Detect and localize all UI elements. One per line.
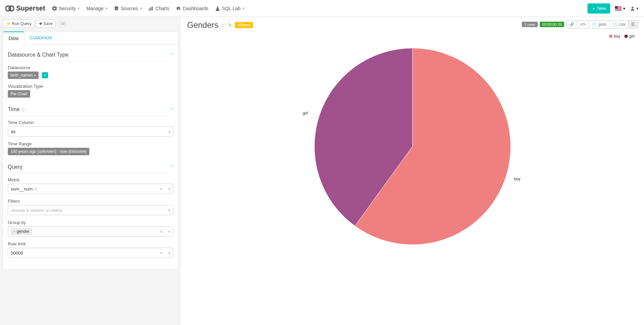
dashboard-icon <box>176 6 181 11</box>
section-datasource-header[interactable]: Datasource & Chart Type ⌃ <box>8 49 173 61</box>
nav-dashboards[interactable]: Dashboards <box>176 6 208 11</box>
user-icon <box>630 6 635 11</box>
groupby-select[interactable]: × gender ×▾ <box>8 226 173 237</box>
caret-down-icon: ▾ <box>169 208 170 212</box>
viz-type-label: Visualization Type <box>8 84 173 89</box>
nav-manage[interactable]: Manage ▾ <box>86 6 107 11</box>
nav-menu: Security ▾ Manage ▾ Sources ▾ Charts Das… <box>52 6 587 11</box>
menu-button[interactable]: ☰ <box>628 20 638 28</box>
star-icon[interactable]: ☆ <box>221 22 225 28</box>
add-datasource-button[interactable]: ＋ <box>42 72 48 78</box>
filters-label: Filters <box>8 199 173 204</box>
clear-icon[interactable]: × <box>160 229 162 234</box>
controls-card: Data Customize Datasource & Chart Type ⌃… <box>3 31 178 270</box>
language-flag[interactable]: ▾ <box>615 6 625 11</box>
menu-icon: ☰ <box>631 22 635 27</box>
nav-right: ＋ New ▾ ▾ <box>587 3 639 14</box>
brand[interactable]: Superset <box>5 4 45 13</box>
edit-icon[interactable]: ✎ <box>228 22 232 28</box>
remove-token-icon[interactable]: × <box>13 229 15 233</box>
svg-rect-3 <box>149 8 150 11</box>
chart-area: boy girl boy girl <box>187 31 638 262</box>
time-range-select[interactable]: 100 years ago (unknown) : now (inclusive… <box>8 148 89 155</box>
caret-down-icon: ▾ <box>106 6 107 10</box>
tab-customize[interactable]: Customize <box>24 32 58 44</box>
section-query-header[interactable]: Query ⌃ <box>8 161 173 173</box>
svg-rect-4 <box>150 7 151 11</box>
caret-down-icon: ▾ <box>636 6 639 11</box>
caret-down-icon: ▾ <box>243 6 244 10</box>
caret-down-icon: ▾ <box>169 230 170 233</box>
flask-icon <box>215 6 220 11</box>
caret-down-icon: ▾ <box>34 74 36 77</box>
info-icon: ⓘ <box>21 107 25 112</box>
svg-rect-5 <box>152 6 153 10</box>
datasource-label: Datasource <box>8 65 173 70</box>
groupby-label: Group by <box>8 220 173 225</box>
svg-point-1 <box>9 6 14 11</box>
nav-charts[interactable]: Charts <box>149 6 169 11</box>
svg-point-14 <box>631 6 633 8</box>
time-column-select[interactable]: ds ▾ <box>8 126 173 137</box>
tab-data[interactable]: Data <box>3 32 24 44</box>
nav-security[interactable]: Security ▾ <box>52 6 80 11</box>
nav-sqllab[interactable]: SQL Lab ▾ <box>215 6 244 11</box>
chart-panel: Genders ☆ ✎ Altered 2 rows 00:00:00.39 🔗… <box>181 17 644 325</box>
duration-badge: 00:00:00.39 <box>540 22 564 27</box>
svg-rect-12 <box>615 10 622 10</box>
pie-chart: boy girl <box>187 31 638 262</box>
chart-header: Genders ☆ ✎ Altered 2 rows 00:00:00.39 🔗… <box>187 20 638 30</box>
slice-label-girl: girl <box>303 111 308 116</box>
chevron-up-icon: ⌃ <box>170 165 173 169</box>
short-url-button[interactable]: 🔗 <box>566 20 577 28</box>
caret-down-icon: ▾ <box>169 130 170 134</box>
groupby-token: × gender <box>11 228 32 235</box>
svg-rect-13 <box>615 6 618 9</box>
us-flag-icon <box>615 6 622 11</box>
datasource-select[interactable]: birth_names ▾ <box>8 72 39 79</box>
chart-title: Genders <box>187 20 218 30</box>
clear-icon[interactable]: × <box>160 186 162 191</box>
chevron-up-icon: ⌃ <box>170 107 173 112</box>
nav-sources[interactable]: Sources ▾ <box>114 6 142 11</box>
code-icon: </> <box>580 22 586 27</box>
link-icon: 🔗 <box>569 22 574 27</box>
time-column-label: Time Column <box>8 120 173 125</box>
gears-icon <box>52 6 57 11</box>
bar-chart-icon <box>149 6 153 11</box>
navbar: Superset Security ▾ Manage ▾ Sources ▾ C… <box>0 0 644 17</box>
panel-top-buttons: ⚡ Run Query ✚ Save ⌨ <box>3 20 178 28</box>
export-csv-button[interactable]: 📄.csv <box>609 20 628 28</box>
bolt-icon: ⚡ <box>6 21 11 26</box>
info-icon: ⊘ <box>34 187 37 191</box>
save-button[interactable]: ✚ Save <box>36 20 55 28</box>
keyboard-hint-icon: ⌨ <box>59 21 67 26</box>
caret-down-icon: ▾ <box>169 187 170 191</box>
user-menu[interactable]: ▾ <box>630 6 639 11</box>
metric-select[interactable]: sum__num ⊘ ×▾ <box>8 184 173 194</box>
clear-icon[interactable]: × <box>160 250 162 256</box>
tabs: Data Customize <box>3 32 178 44</box>
rowlimit-select[interactable]: 50000 ×▾ <box>8 248 173 258</box>
caret-down-icon: ▾ <box>169 251 170 255</box>
altered-badge[interactable]: Altered <box>235 22 253 28</box>
chevron-up-icon: ⌃ <box>170 53 173 57</box>
rows-badge: 2 rows <box>522 22 537 27</box>
embed-code-button[interactable]: </> <box>577 20 589 28</box>
file-icon: 📄 <box>612 22 617 27</box>
controls-panel: ⚡ Run Query ✚ Save ⌨ Data Customize Data… <box>0 17 181 325</box>
section-time-header[interactable]: Time ⓘ ⌃ <box>8 104 173 116</box>
run-query-button[interactable]: ⚡ Run Query <box>3 20 35 28</box>
database-icon <box>114 6 119 11</box>
caret-down-icon: ▾ <box>623 6 625 11</box>
viz-type-select[interactable]: Pie Chart <box>8 90 30 98</box>
svg-rect-11 <box>615 9 622 9</box>
filters-select[interactable]: choose a column or metric ▾ <box>8 205 173 215</box>
plus-circle-icon: ✚ <box>39 21 42 26</box>
file-icon: 📄 <box>592 22 597 27</box>
new-button[interactable]: ＋ New <box>587 3 610 14</box>
export-json-button[interactable]: 📄.json <box>589 20 609 28</box>
export-group: 🔗 </> 📄.json 📄.csv ☰ <box>566 20 638 28</box>
metric-label: Metric <box>8 177 173 182</box>
brand-text: Superset <box>16 4 45 12</box>
